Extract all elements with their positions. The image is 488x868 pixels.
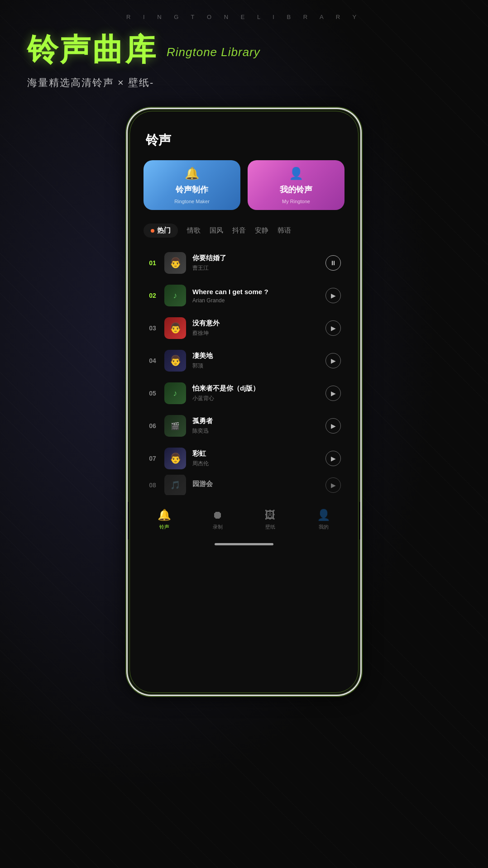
title-english: Ringtone Library bbox=[167, 45, 260, 59]
page-title: 铃声 bbox=[141, 132, 347, 149]
song-item-06[interactable]: 06 🎬 孤勇者 陈奕迅 ▶ bbox=[144, 410, 344, 442]
header: R I N G T O N E L I B R A R Y 铃声曲库 Ringt… bbox=[0, 0, 488, 90]
play-button-08[interactable]: ▶ bbox=[325, 477, 341, 493]
top-label: R I N G T O N E L I B R A R Y bbox=[27, 14, 461, 20]
thumb-avatar-05: ♪ bbox=[164, 382, 186, 404]
mine-nav-icon: 👤 bbox=[317, 509, 330, 521]
tab-national[interactable]: 国风 bbox=[210, 224, 223, 237]
thumb-avatar-01: 👨 bbox=[164, 252, 186, 274]
song-name-06: 孤勇者 bbox=[192, 417, 319, 425]
song-thumb-08: 🎵 bbox=[164, 475, 186, 495]
song-num-04: 04 bbox=[147, 357, 158, 364]
play-button-03[interactable]: ▶ bbox=[325, 320, 341, 336]
song-item-01[interactable]: 01 👨 你要结婚了 曹王江 ⏸ bbox=[144, 247, 344, 279]
record-nav-label: 录制 bbox=[213, 524, 223, 530]
tab-hot[interactable]: 热门 bbox=[144, 224, 178, 238]
play-button-06[interactable]: ▶ bbox=[325, 418, 341, 434]
my-icon: 👤 bbox=[289, 167, 303, 181]
ringtone-maker-card[interactable]: 🔔 铃声制作 Ringtone Maker bbox=[144, 160, 240, 210]
song-num-03: 03 bbox=[147, 324, 158, 332]
song-num-07: 07 bbox=[147, 455, 158, 462]
nav-item-mine[interactable]: 👤 我的 bbox=[317, 509, 330, 530]
tab-quiet[interactable]: 安静 bbox=[255, 224, 268, 237]
tab-hot-label: 热门 bbox=[157, 226, 171, 235]
song-info-01: 你要结婚了 曹王江 bbox=[192, 254, 319, 272]
song-item-04[interactable]: 04 👨 凄美地 郭顶 ▶ bbox=[144, 344, 344, 377]
title-row: 铃声曲库 Ringtone Library bbox=[27, 29, 461, 71]
my-label-en: My Ringtone bbox=[282, 199, 310, 204]
song-artist-06: 陈奕迅 bbox=[192, 427, 319, 435]
song-item-02[interactable]: 02 ♪ Where can I get some ? Arian Grande… bbox=[144, 279, 344, 312]
title-chinese: 铃声曲库 bbox=[27, 29, 158, 71]
wallpaper-nav-icon: 🖼 bbox=[265, 509, 276, 521]
cards-row: 🔔 铃声制作 Ringtone Maker 👤 我的铃声 My Ringtone bbox=[141, 160, 347, 210]
play-button-04[interactable]: ▶ bbox=[325, 353, 341, 368]
thumb-avatar-06: 🎬 bbox=[164, 415, 186, 437]
song-thumb-01: 👨 bbox=[164, 252, 186, 274]
ringtone-nav-label: 铃声 bbox=[159, 524, 169, 530]
song-list: 01 👨 你要结婚了 曹王江 ⏸ 02 ♪ bbox=[141, 247, 347, 495]
play-button-05[interactable]: ▶ bbox=[325, 386, 341, 401]
tab-love-label: 情歌 bbox=[187, 226, 201, 234]
song-name-07: 彩虹 bbox=[192, 449, 319, 458]
song-artist-07: 周杰伦 bbox=[192, 460, 319, 467]
song-item-03[interactable]: 03 👨 没有意外 蔡徐坤 ▶ bbox=[144, 312, 344, 344]
song-artist-02: Arian Grande bbox=[192, 297, 319, 304]
maker-label-cn: 铃声制作 bbox=[176, 184, 208, 195]
song-num-01: 01 bbox=[147, 259, 158, 267]
song-item-07[interactable]: 07 👨 彩虹 周杰伦 ▶ bbox=[144, 442, 344, 475]
record-nav-icon: ⏺ bbox=[212, 509, 223, 521]
subtitle: 海量精选高清铃声 × 壁纸- bbox=[27, 76, 461, 90]
song-artist-01: 曹王江 bbox=[192, 264, 319, 272]
my-ringtone-card[interactable]: 👤 我的铃声 My Ringtone bbox=[248, 160, 344, 210]
phone-inner: 铃声 🔔 铃声制作 Ringtone Maker 👤 我的铃声 My Ringt… bbox=[128, 109, 360, 495]
song-thumb-03: 👨 bbox=[164, 317, 186, 339]
thumb-avatar-03: 👨 bbox=[164, 317, 186, 339]
play-button-01[interactable]: ⏸ bbox=[325, 255, 341, 271]
nav-item-record[interactable]: ⏺ 录制 bbox=[212, 509, 223, 530]
song-artist-05: 小蓝背心 bbox=[192, 395, 319, 402]
thumb-avatar-04: 👨 bbox=[164, 350, 186, 372]
song-info-03: 没有意外 蔡徐坤 bbox=[192, 319, 319, 337]
song-name-08: 园游会 bbox=[192, 480, 319, 488]
tab-love[interactable]: 情歌 bbox=[187, 224, 201, 237]
song-info-04: 凄美地 郭顶 bbox=[192, 352, 319, 370]
song-info-07: 彩虹 周杰伦 bbox=[192, 449, 319, 467]
song-name-02: Where can I get some ? bbox=[192, 288, 319, 296]
phone-wrapper: 铃声 🔔 铃声制作 Ringtone Maker 👤 我的铃声 My Ringt… bbox=[0, 108, 488, 696]
song-thumb-04: 👨 bbox=[164, 350, 186, 372]
song-artist-04: 郭顶 bbox=[192, 362, 319, 370]
tab-korean-label: 韩语 bbox=[277, 226, 291, 234]
bottom-nav: 🔔 铃声 ⏺ 录制 🖼 壁纸 👤 我的 bbox=[128, 502, 360, 539]
hot-dot-icon bbox=[151, 229, 154, 233]
song-thumb-05: ♪ bbox=[164, 382, 186, 404]
song-item-08[interactable]: 08 🎵 园游会 ▶ bbox=[144, 475, 344, 495]
tab-douyin[interactable]: 抖音 bbox=[232, 224, 246, 237]
song-num-05: 05 bbox=[147, 390, 158, 397]
tab-national-label: 国风 bbox=[210, 226, 223, 234]
home-indicator bbox=[215, 543, 273, 545]
tab-korean[interactable]: 韩语 bbox=[277, 224, 291, 237]
song-num-06: 06 bbox=[147, 422, 158, 429]
phone-frame: 铃声 🔔 铃声制作 Ringtone Maker 👤 我的铃声 My Ringt… bbox=[126, 108, 362, 696]
play-button-07[interactable]: ▶ bbox=[325, 451, 341, 466]
song-num-02: 02 bbox=[147, 292, 158, 299]
thumb-avatar-08: 🎵 bbox=[164, 475, 186, 495]
wallpaper-nav-label: 壁纸 bbox=[265, 524, 275, 530]
tab-quiet-label: 安静 bbox=[255, 226, 268, 234]
tab-douyin-label: 抖音 bbox=[232, 226, 246, 234]
maker-icon: 🔔 bbox=[185, 167, 199, 181]
song-info-08: 园游会 bbox=[192, 480, 319, 490]
song-thumb-06: 🎬 bbox=[164, 415, 186, 437]
song-thumb-02: ♪ bbox=[164, 285, 186, 306]
song-num-08: 08 bbox=[147, 482, 158, 489]
song-artist-03: 蔡徐坤 bbox=[192, 329, 319, 337]
thumb-avatar-07: 👨 bbox=[164, 448, 186, 469]
play-button-02[interactable]: ▶ bbox=[325, 288, 341, 303]
song-name-04: 凄美地 bbox=[192, 352, 319, 360]
song-info-05: 怕来者不是你（dj版） 小蓝背心 bbox=[192, 384, 319, 402]
nav-item-wallpaper[interactable]: 🖼 壁纸 bbox=[265, 509, 276, 530]
song-name-05: 怕来者不是你（dj版） bbox=[192, 384, 319, 393]
song-item-05[interactable]: 05 ♪ 怕来者不是你（dj版） 小蓝背心 ▶ bbox=[144, 377, 344, 410]
nav-item-ringtone[interactable]: 🔔 铃声 bbox=[158, 509, 171, 530]
